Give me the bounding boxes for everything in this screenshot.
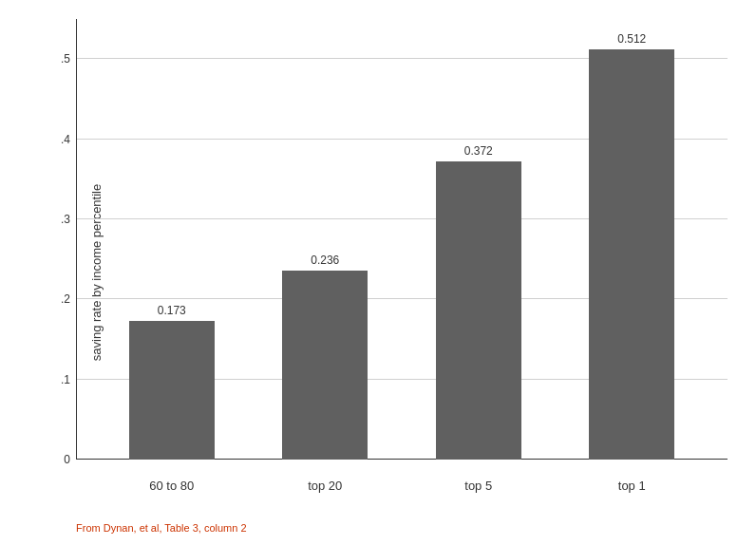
bars-area: 0.1730.2360.3720.512 xyxy=(76,19,728,460)
bar xyxy=(129,321,215,460)
x-tick-label: top 20 xyxy=(249,479,403,493)
x-axis-labels: 60 to 80top 20top 5top 1 xyxy=(76,479,728,493)
bar-group: 0.512 xyxy=(556,19,709,460)
x-tick-label: top 5 xyxy=(402,479,556,493)
bar-value-label: 0.173 xyxy=(158,304,186,317)
y-tick-label: .5 xyxy=(61,52,70,66)
bar-value-label: 0.236 xyxy=(311,254,339,267)
y-tick-label: 0 xyxy=(64,453,70,466)
bar-value-label: 0.372 xyxy=(464,144,493,158)
source-label: From Dynan, et al, Table 3, column 2 xyxy=(76,522,247,534)
y-tick-label: .1 xyxy=(61,373,70,386)
x-tick-label: top 1 xyxy=(556,479,709,493)
bar xyxy=(589,49,674,460)
y-tick-label: .4 xyxy=(61,133,70,146)
chart-container: saving rate by income percentile 0.1.2.3… xyxy=(0,0,756,545)
y-tick-label: .3 xyxy=(61,213,70,226)
bar xyxy=(436,161,521,460)
chart-area: 0.1.2.3.4.5 0.1730.2360.3720.512 60 to 8… xyxy=(76,19,728,460)
bar-group: 0.173 xyxy=(95,19,249,460)
bar xyxy=(282,271,368,460)
bar-group: 0.236 xyxy=(249,19,403,460)
bar-group: 0.372 xyxy=(402,19,556,460)
bar-value-label: 0.512 xyxy=(617,32,646,46)
x-tick-label: 60 to 80 xyxy=(95,479,249,493)
y-tick-label: .2 xyxy=(61,292,70,306)
